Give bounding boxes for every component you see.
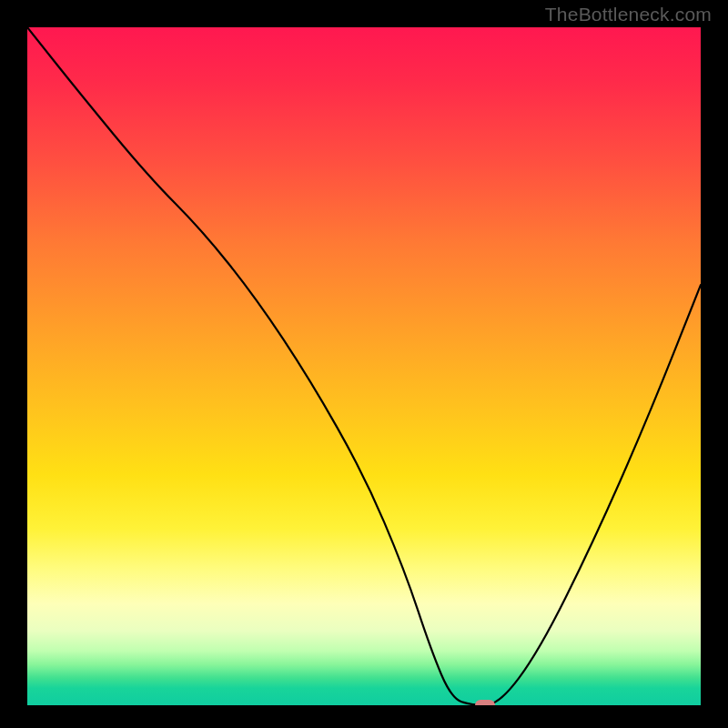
chart-plot-area — [27, 27, 701, 705]
watermark-text: TheBottleneck.com — [545, 4, 712, 25]
bottleneck-curve-line — [27, 27, 701, 705]
chart-curve-svg — [27, 27, 701, 705]
optimal-point-marker — [475, 700, 495, 705]
